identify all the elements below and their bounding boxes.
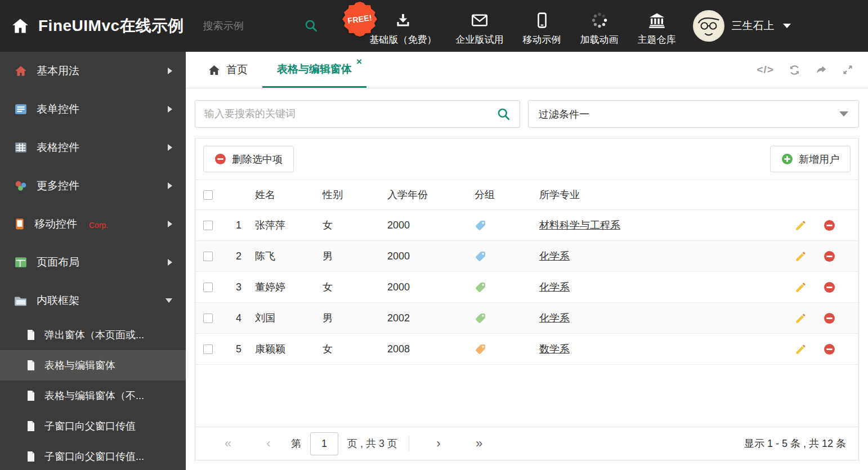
form-icon bbox=[15, 104, 27, 115]
sidebar-item-label: 更多控件 bbox=[37, 178, 79, 193]
plus-circle-icon bbox=[781, 153, 793, 165]
source-code-icon[interactable]: </> bbox=[757, 64, 774, 76]
sidebar-subitem-popup-window[interactable]: 弹出窗体（本页面或... bbox=[0, 320, 186, 350]
delete-icon[interactable] bbox=[824, 220, 835, 231]
row-checkbox[interactable] bbox=[203, 314, 213, 323]
chevron-right-icon bbox=[168, 144, 172, 151]
shapes-icon bbox=[15, 180, 27, 191]
tab-grid-edit-window[interactable]: 表格与编辑窗体 × bbox=[262, 52, 366, 88]
nav-item-mobile-demo[interactable]: 移动示例 bbox=[523, 6, 561, 46]
cell-gender: 女 bbox=[323, 272, 387, 303]
table-row[interactable]: 1 张萍萍 女 2000 材料科学与工程系 bbox=[195, 210, 858, 241]
main-content: 首页 表格与编辑窗体 × </> bbox=[186, 52, 868, 470]
add-user-button[interactable]: 新增用户 bbox=[770, 146, 851, 172]
row-checkbox[interactable] bbox=[203, 221, 213, 230]
major-link[interactable]: 化学系 bbox=[539, 312, 570, 324]
delete-icon[interactable] bbox=[824, 250, 835, 262]
filter-dropdown[interactable]: 过滤条件一 bbox=[528, 100, 859, 128]
record-count-summary: 显示 1 - 5 条 , 共 12 条 bbox=[744, 437, 846, 450]
bank-icon bbox=[648, 11, 665, 28]
major-link[interactable]: 化学系 bbox=[539, 281, 570, 293]
cell-year: 2002 bbox=[387, 303, 475, 334]
row-checkbox[interactable] bbox=[203, 344, 213, 354]
table-row[interactable]: 3 董婷婷 女 2000 化学系 bbox=[195, 272, 858, 303]
major-link[interactable]: 材料科学与工程系 bbox=[539, 220, 620, 231]
edit-icon[interactable] bbox=[794, 250, 807, 263]
header-search-input[interactable] bbox=[203, 20, 292, 32]
prev-page-button[interactable]: ‹ bbox=[248, 436, 289, 451]
tag-icon bbox=[475, 312, 486, 324]
add-user-label: 新增用户 bbox=[799, 153, 839, 166]
page-number-input[interactable] bbox=[310, 432, 338, 455]
edit-icon[interactable] bbox=[794, 281, 807, 294]
sidebar-item-mobile-controls[interactable]: 移动控件Corp. bbox=[0, 205, 186, 243]
sidebar-subitem-child-to-parent[interactable]: 子窗口向父窗口传值 bbox=[0, 411, 186, 441]
select-all-checkbox[interactable] bbox=[203, 190, 213, 200]
row-checkbox[interactable] bbox=[203, 252, 213, 261]
major-link[interactable]: 化学系 bbox=[539, 250, 570, 262]
sidebar-item-iframe[interactable]: 内联框架 bbox=[0, 281, 186, 320]
page-prefix-label: 第 bbox=[291, 437, 301, 450]
table-row[interactable]: 4 刘国 男 2002 化学系 bbox=[195, 303, 858, 334]
delete-icon[interactable] bbox=[824, 343, 835, 355]
search-icon[interactable] bbox=[305, 19, 318, 33]
keyword-search-input[interactable] bbox=[204, 108, 497, 120]
sidebar-subitem-grid-edit-window-2[interactable]: 表格与编辑窗体（不... bbox=[0, 381, 186, 411]
last-page-button[interactable]: » bbox=[459, 436, 499, 451]
pager-divider bbox=[409, 436, 409, 451]
major-link[interactable]: 数学系 bbox=[539, 343, 570, 355]
user-avatar bbox=[693, 10, 724, 42]
sidebar-item-grid-controls[interactable]: 表格控件 bbox=[0, 128, 186, 167]
nav-item-enterprise-trial[interactable]: 企业版试用 bbox=[456, 6, 504, 46]
delete-selected-button[interactable]: 删除选中项 bbox=[203, 146, 294, 172]
tab-home[interactable]: 首页 bbox=[194, 52, 262, 88]
sidebar-subitem-label: 子窗口向父窗口传值... bbox=[44, 450, 144, 463]
sidebar-item-page-layout[interactable]: 页面布局 bbox=[0, 243, 186, 281]
row-index: 1 bbox=[222, 210, 255, 241]
first-page-button[interactable]: « bbox=[208, 436, 248, 451]
sidebar-subitem-grid-edit-window[interactable]: 表格与编辑窗体 bbox=[0, 350, 186, 381]
delete-icon[interactable] bbox=[824, 312, 835, 324]
table-row[interactable]: 2 陈飞 男 2000 化学系 bbox=[195, 241, 858, 272]
nav-label: 企业版试用 bbox=[456, 33, 504, 46]
open-in-new-window-icon[interactable] bbox=[815, 64, 827, 75]
header-search bbox=[203, 19, 318, 33]
row-checkbox[interactable] bbox=[203, 283, 213, 292]
envelope-icon bbox=[471, 11, 488, 28]
file-icon bbox=[26, 360, 36, 371]
expand-icon[interactable] bbox=[842, 64, 853, 75]
sidebar-item-more-controls[interactable]: 更多控件 bbox=[0, 167, 186, 205]
cell-name: 陈飞 bbox=[255, 241, 323, 272]
nav-item-theme-store[interactable]: 主题仓库 bbox=[638, 6, 676, 46]
next-page-button[interactable]: › bbox=[418, 436, 459, 451]
house-icon bbox=[15, 65, 27, 77]
refresh-icon[interactable] bbox=[789, 64, 800, 76]
table-row[interactable]: 5 康颖颖 女 2008 数学系 bbox=[195, 334, 858, 365]
cell-name: 董婷婷 bbox=[255, 272, 323, 303]
sidebar-item-form-controls[interactable]: 表单控件 bbox=[0, 90, 186, 128]
user-name: 三生石上 bbox=[732, 19, 775, 33]
edit-icon[interactable] bbox=[794, 312, 807, 325]
nav-item-basic-free[interactable]: FREE! 基础版（免费） bbox=[370, 6, 437, 46]
app-title: FineUIMvc在线示例 bbox=[38, 15, 184, 37]
page-suffix-label: 页 , 共 3 页 bbox=[347, 437, 397, 450]
brand[interactable]: FineUIMvc在线示例 bbox=[0, 15, 184, 37]
cell-name: 刘国 bbox=[255, 303, 323, 334]
tab-label: 表格与编辑窗体 bbox=[277, 62, 352, 77]
delete-icon[interactable] bbox=[824, 281, 835, 293]
row-index: 3 bbox=[222, 272, 255, 303]
search-icon[interactable] bbox=[497, 108, 511, 121]
sidebar-item-basic-usage[interactable]: 基本用法 bbox=[0, 52, 186, 90]
cell-year: 2000 bbox=[387, 241, 475, 272]
close-icon[interactable]: × bbox=[356, 57, 362, 66]
edit-icon[interactable] bbox=[794, 219, 807, 232]
sidebar-subitem-child-to-parent-2[interactable]: 子窗口向父窗口传值... bbox=[0, 441, 186, 470]
sidebar: 基本用法 表单控件 表格控件 更多控件 移动控件Corp. 页面布局 bbox=[0, 52, 186, 470]
user-menu[interactable]: 三生石上 bbox=[693, 10, 791, 42]
tab-toolbar: </> bbox=[757, 52, 868, 88]
edit-icon[interactable] bbox=[794, 343, 807, 356]
grid-panel: 删除选中项 新增用户 姓名 bbox=[195, 138, 859, 460]
top-header: FineUIMvc在线示例 FREE! 基础版（免费） 企业版试用 bbox=[0, 0, 868, 52]
keyword-search-box bbox=[195, 100, 520, 128]
nav-item-loading-animation[interactable]: 加载动画 bbox=[580, 6, 619, 46]
